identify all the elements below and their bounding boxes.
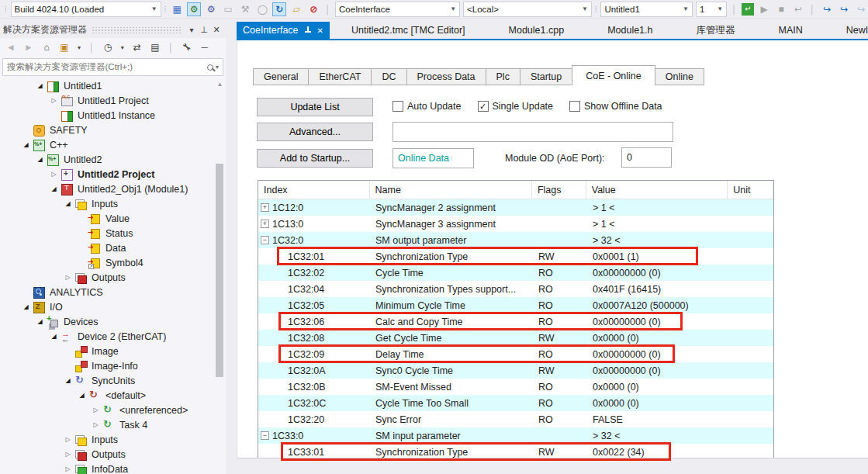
tool-icon[interactable]: ⚒: [238, 2, 252, 16]
expander-open-icon[interactable]: ◢: [61, 200, 74, 207]
pin-icon[interactable]: ⊥: [198, 24, 210, 36]
tab-coe-online[interactable]: CoE - Online: [572, 65, 655, 85]
chevron-down-icon[interactable]: ▾: [119, 41, 126, 54]
sync-with-active-document-icon[interactable]: ⇄: [131, 41, 144, 54]
doc-tab-main[interactable]: MAIN: [757, 22, 825, 39]
expander-closed-icon[interactable]: ▷: [61, 274, 74, 281]
step-into-icon[interactable]: ↪: [837, 2, 851, 16]
tree-item-analytics[interactable]: ANALYTICS: [0, 285, 214, 299]
login-icon[interactable]: ↵: [742, 3, 754, 16]
collapse-icon[interactable]: ─: [199, 41, 211, 54]
forward-icon[interactable]: ►: [22, 41, 35, 54]
tree-item-outputs[interactable]: ▷Outputs: [0, 270, 214, 285]
solution-explorer-titlebar[interactable]: 解决方案资源管理器 ▾ ⊥ ✕: [0, 22, 226, 38]
tab-online[interactable]: Online: [655, 68, 704, 85]
tree-item-infodata[interactable]: ▷InfoData: [0, 462, 214, 474]
table-row-1c32-20[interactable]: 1C32:20Sync ErrorROFALSE: [258, 411, 773, 427]
tree-item-untitled1-instance[interactable]: Untitled1 Instance: [0, 108, 214, 123]
port-combobox[interactable]: 1▼: [696, 2, 727, 17]
tree-item-inputs[interactable]: ◢Inputs: [0, 196, 214, 211]
circle-icon[interactable]: ◯: [255, 2, 269, 16]
tree-item-c-[interactable]: ◢C++: [0, 137, 214, 152]
tree-item-devices[interactable]: ◢Devices: [0, 314, 214, 329]
expander-closed-icon[interactable]: ▷: [61, 465, 74, 472]
doc-tab-module1-h[interactable]: Module1.h: [586, 22, 674, 39]
table-row-1c13-0[interactable]: +1C13:0SyncManager 3 assignment> 1 <: [258, 216, 773, 232]
tree-item-device-2-ethercat-[interactable]: ◢Device 2 (EtherCAT): [0, 329, 214, 344]
close-icon[interactable]: ✕: [210, 24, 223, 36]
tab-plc[interactable]: Plc: [486, 68, 520, 85]
column-header-flags[interactable]: Flags: [532, 181, 586, 199]
row-collapse-icon[interactable]: −: [261, 236, 269, 244]
table-row-1c32-0b[interactable]: 1C32:0BSM-Event MissedRO0x0000 (0): [258, 379, 773, 395]
twincat-config-mode-icon[interactable]: ⚙: [187, 2, 201, 16]
advanced-button[interactable]: Advanced...: [257, 123, 373, 141]
collapse-all-icon[interactable]: ▣: [58, 41, 71, 54]
doc-tab--[interactable]: 库管理器: [675, 22, 757, 39]
tree-item-task-4[interactable]: ▷Task 4: [0, 417, 214, 432]
properties-wrench-icon[interactable]: 🔧︎: [181, 41, 193, 54]
restart-twincat-icon[interactable]: ↻: [272, 2, 286, 16]
column-header-value[interactable]: Value: [586, 181, 728, 199]
tree-item-untitled1[interactable]: ◢Untitled1: [0, 78, 214, 93]
table-row-1c32-09[interactable]: 1C32:09Delay TimeRO0x00000000 (0): [258, 346, 773, 362]
checkbox-single-update[interactable]: ✓Single Update: [478, 101, 554, 112]
tree-item-untitled2-project[interactable]: ▷Untitled2 Project: [0, 167, 214, 182]
table-row-1c32-0c[interactable]: 1C32:0CCycle Time Too SmallRO0x0000 (0): [258, 395, 773, 411]
free-run-toggle-icon[interactable]: ⊘: [306, 2, 320, 16]
tab-startup[interactable]: Startup: [520, 68, 572, 85]
tab-process-data[interactable]: Process Data: [407, 68, 486, 85]
play-icon[interactable]: ▶: [757, 2, 771, 16]
tree-item-safety[interactable]: SAFETY: [0, 123, 214, 137]
table-row-1c33-0[interactable]: −1C33:0SM input parameter> 32 <: [258, 427, 773, 444]
expander-open-icon[interactable]: ◢: [47, 185, 61, 192]
row-expand-icon[interactable]: +: [261, 203, 269, 212]
column-header-index[interactable]: Index: [258, 181, 370, 199]
tree-item--default-[interactable]: ◢<default>: [0, 388, 214, 403]
tree-item-untitled2-obj1-module1-[interactable]: ◢Untitled2_Obj1 (Module1): [0, 182, 214, 196]
checkbox-checked-icon[interactable]: ✓: [478, 101, 489, 112]
tree-item-syncunits[interactable]: ◢SyncUnits: [0, 373, 214, 388]
stop-icon[interactable]: ■: [774, 2, 788, 16]
table-row-1c32-0a[interactable]: 1C32:0ASync0 Cycle TimeRW0x00000000 (0): [258, 362, 773, 379]
filter-input[interactable]: [393, 122, 673, 142]
doc-tab-untitled2-tmc-tmc-editor-[interactable]: Untitled2.tmc [TMC Editor]: [330, 22, 487, 39]
pending-changes-filter-icon[interactable]: ◷: [102, 41, 114, 54]
table-row-1c12-0[interactable]: +1C12:0SyncManager 2 assignment> 1 <: [258, 199, 773, 216]
tree-scrollbar[interactable]: ▲: [214, 78, 226, 474]
expander-closed-icon[interactable]: ▷: [89, 407, 102, 413]
chevron-down-icon[interactable]: ▾: [76, 41, 82, 54]
chevron-down-icon[interactable]: ▾: [216, 64, 219, 71]
preview-selected-items-icon[interactable]: ▤: [149, 41, 161, 54]
module-od-input[interactable]: 0: [621, 147, 672, 168]
row-expand-icon[interactable]: +: [261, 220, 269, 228]
tree-item--unreferenced-[interactable]: ▷<unreferenced>: [0, 403, 214, 417]
solution-explorer-search-input[interactable]: 搜索解决方案资源管理器(Ctrl+;) ▾: [2, 58, 223, 76]
grid-settings-icon[interactable]: ▦: [170, 2, 184, 16]
tab-ethercat[interactable]: EtherCAT: [309, 68, 372, 85]
scrollbar-thumb[interactable]: [216, 164, 223, 377]
twincat-gear-icon[interactable]: ⚙: [204, 2, 218, 16]
local-machine-combobox[interactable]: <Local>▼: [463, 2, 592, 17]
table-row-1c32-02[interactable]: 1C32:02Cycle TimeRO0x00000000 (0): [258, 265, 773, 281]
expander-closed-icon[interactable]: ▷: [47, 97, 61, 104]
checkbox-auto-update[interactable]: Auto Update: [393, 101, 462, 112]
scroll-up-icon[interactable]: ▲: [214, 78, 226, 88]
update-list-button[interactable]: Update List: [257, 98, 373, 116]
expander-open-icon[interactable]: ◢: [47, 333, 61, 340]
tree-item-image[interactable]: Image: [0, 344, 214, 358]
tree-item-i-o[interactable]: ◢I/O: [0, 299, 214, 314]
attach-icon[interactable]: ▭: [221, 2, 235, 16]
table-row-1c32-08[interactable]: 1C32:08Get Cycle TimeRW0x0000 (0): [258, 330, 773, 346]
doc-tab-module1-cpp[interactable]: Module1.cpp: [487, 22, 586, 39]
expander-open-icon[interactable]: ◢: [19, 303, 33, 310]
expander-open-icon[interactable]: ◢: [75, 392, 88, 399]
expander-open-icon[interactable]: ◢: [33, 156, 47, 163]
expander-open-icon[interactable]: ◢: [61, 377, 74, 384]
column-header-unit[interactable]: Unit: [728, 181, 773, 199]
back-icon[interactable]: ◄: [5, 41, 17, 54]
pin-icon[interactable]: [305, 26, 311, 34]
tree-item-outputs[interactable]: ▷Outputs: [0, 447, 214, 462]
search-icon[interactable]: [207, 64, 213, 71]
tree-item-status[interactable]: Status: [0, 226, 214, 240]
